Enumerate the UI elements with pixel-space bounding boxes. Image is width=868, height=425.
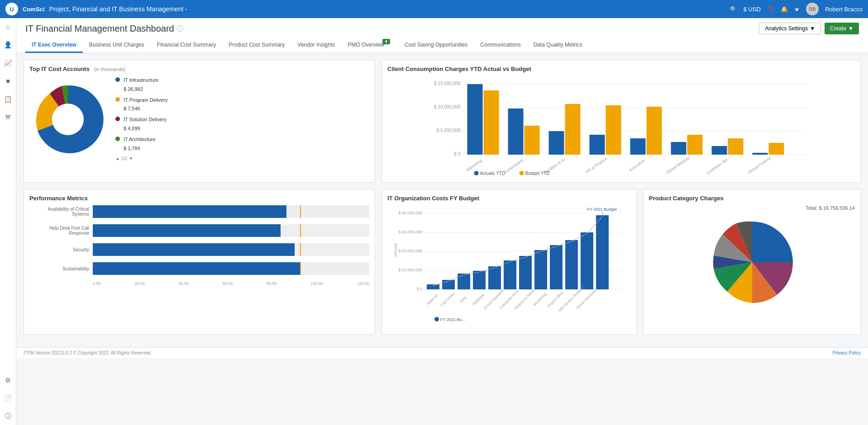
favorite-icon[interactable]: ★ <box>794 6 800 13</box>
svg-text:Actuals YTD: Actuals YTD <box>480 171 505 175</box>
sidebar-icon-tools[interactable]: ⚒ <box>3 112 13 122</box>
performance-metrics-card: Performance Metrics Availability of Crit… <box>24 189 375 335</box>
app-title: Project, Financial and IT Business Manag… <box>49 5 187 13</box>
analytics-settings-button[interactable]: Analytics Settings ▼ <box>759 23 821 34</box>
svg-text:Budget YTD: Budget YTD <box>525 171 550 175</box>
svg-text:$ 10,000,000: $ 10,000,000 <box>434 104 461 109</box>
svg-text:$ 30,000,000: $ 30,000,000 <box>398 230 422 234</box>
svg-rect-24 <box>769 143 784 155</box>
legend-dot-architecture <box>115 137 120 141</box>
sidebar-icon-report[interactable]: 📄 <box>3 393 13 403</box>
page-title-actions: Analytics Settings ▼ Create ▼ <box>759 23 859 34</box>
tab-data-quality[interactable]: Data Quality Metrics <box>527 38 589 53</box>
perf-bar-container: Availability of Critical Systems Help De… <box>29 205 369 286</box>
sidebar-icon-info[interactable]: ⓘ <box>3 411 13 421</box>
svg-rect-16 <box>606 105 621 155</box>
perf-target-security <box>300 243 301 256</box>
legend-it-solution: IT Solution Delivery$ 4,099 <box>115 115 168 133</box>
perf-row-helpdesk: Help Desk First Call Response <box>29 224 369 237</box>
create-button[interactable]: Create ▼ <box>825 23 859 34</box>
svg-rect-12 <box>525 126 540 155</box>
search-icon[interactable]: 🔍 <box>730 6 737 13</box>
svg-text:$ 5,000,000: $ 5,000,000 <box>437 128 461 133</box>
tab-financial-cost-summary[interactable]: Financial Cost Summary <box>151 38 223 53</box>
sidebar-icon-gear[interactable]: ⚙ <box>3 375 13 385</box>
svg-text:Global Markets: Global Markets <box>665 156 691 175</box>
svg-rect-52 <box>504 260 516 289</box>
svg-text:$ 40,000,000: $ 40,000,000 <box>398 211 422 215</box>
svg-rect-14 <box>565 104 581 155</box>
perf-row-security: Security <box>29 243 369 256</box>
tab-it-exec-overview[interactable]: IT Exec Overview <box>25 38 83 53</box>
svg-rect-17 <box>630 138 646 155</box>
dropdown-arrow-icon: ▼ <box>810 25 815 32</box>
perf-target-sustainability <box>300 262 301 275</box>
legend-dot-infrastructure <box>115 77 120 82</box>
help-icon[interactable]: ❓ <box>767 6 774 13</box>
currency-selector[interactable]: $ USD <box>744 6 761 13</box>
svg-text:Data: Data <box>459 295 467 304</box>
svg-rect-23 <box>753 153 768 155</box>
sidebar-icon-chart[interactable]: 📈 <box>3 58 13 68</box>
svg-rect-53 <box>519 256 532 289</box>
perf-bar-helpdesk <box>93 224 369 237</box>
performance-metrics-title: Performance Metrics <box>29 195 369 202</box>
svg-text:$ 0: $ 0 <box>454 151 461 156</box>
svg-rect-20 <box>687 135 703 155</box>
svg-rect-50 <box>473 271 486 289</box>
sidebar-icon-people[interactable]: 👤 <box>3 40 13 50</box>
svg-text:$ 20,000,000: $ 20,000,000 <box>398 249 422 253</box>
pie-legend: IT Infrastructure$ 26,982 IT Program Del… <box>115 76 168 163</box>
it-org-costs-card: IT Organization Costs FY Budget $ 40,000… <box>382 189 637 335</box>
svg-rect-11 <box>508 109 524 155</box>
tab-business-unit-charges[interactable]: Business Unit Charges <box>83 38 151 53</box>
sidebar-icon-home[interactable]: ⌂ <box>3 22 13 32</box>
top-it-cost-title: Top IT Cost Accounts (in thousands) <box>29 66 369 72</box>
perf-row-availability: Availability of Critical Systems <box>29 205 369 218</box>
perf-label-security: Security <box>29 247 93 252</box>
svg-text:Back-up: Back-up <box>426 293 439 306</box>
perf-target-availability <box>300 205 301 218</box>
pmo-badge: ▼ <box>382 39 390 44</box>
svg-text:Monitoring: Monitoring <box>533 292 548 307</box>
sidebar-icon-box[interactable]: ■ <box>3 76 13 86</box>
topnav-left: U ComSci Project, Financial and IT Busin… <box>5 3 187 15</box>
footer-copyright: ITFM Version 20212.0.2 © Copyright 2022.… <box>24 350 152 355</box>
svg-rect-49 <box>458 274 470 289</box>
svg-text:Executive: Executive <box>629 158 646 172</box>
tab-communications[interactable]: Communications <box>474 38 527 53</box>
avatar[interactable]: RB <box>806 3 819 15</box>
perf-bar-fill-helpdesk <box>93 224 281 237</box>
tab-cost-saving[interactable]: Cost Saving Opportunities <box>398 38 474 53</box>
svg-rect-19 <box>671 142 687 155</box>
perf-bar-fill-sustainability <box>93 262 300 275</box>
client-consumption-title: Client Consumption Charges YTD Actual vs… <box>387 66 855 72</box>
svg-rect-57 <box>581 232 593 289</box>
svg-rect-51 <box>488 266 501 289</box>
svg-text:Call Center: Call Center <box>440 292 456 307</box>
notification-icon[interactable]: 🔔 <box>781 6 788 13</box>
dashboard-content: Top IT Cost Accounts (in thousands) <box>16 53 868 347</box>
pie-page-indicator[interactable]: ▲ 1/2 ▼ <box>115 155 168 163</box>
tab-product-cost-summary[interactable]: Product Cost Summary <box>223 38 291 53</box>
tab-vendor-insights[interactable]: Vendor Insights <box>291 38 342 53</box>
svg-text:Amount: Amount <box>393 243 398 258</box>
privacy-policy-link[interactable]: Privacy Policy <box>833 350 861 355</box>
sidebar-icon-clipboard[interactable]: 📋 <box>3 94 13 104</box>
create-dropdown-icon: ▼ <box>848 25 854 32</box>
tab-pmo-overview[interactable]: PMO Overview▼ <box>341 38 398 53</box>
page-title-info-icon[interactable]: i <box>177 25 183 32</box>
perf-bar-fill-availability <box>93 205 286 218</box>
svg-text:Global Finance: Global Finance <box>747 156 772 175</box>
pie-section: IT Infrastructure$ 26,982 IT Program Del… <box>29 76 369 163</box>
legend-it-infrastructure: IT Infrastructure$ 26,982 <box>115 76 168 94</box>
brand-name: ComSci <box>23 6 44 13</box>
app-logo[interactable]: U <box>5 3 18 15</box>
svg-text:FY 2021 Bu...: FY 2021 Bu... <box>440 317 465 322</box>
product-category-pie <box>649 212 855 312</box>
perf-row-sustainability: Sustainability <box>29 262 369 275</box>
legend-dot-solution <box>115 117 120 121</box>
topnav-right: 🔍 $ USD ❓ 🔔 ★ RB Robert Bracco <box>730 3 863 15</box>
topnav: U ComSci Project, Financial and IT Busin… <box>0 0 868 18</box>
svg-text:S&S System Support: S&S System Support <box>557 286 584 313</box>
